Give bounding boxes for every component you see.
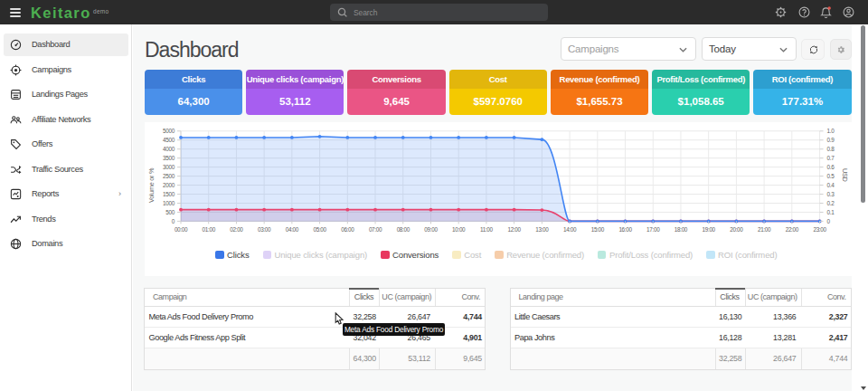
svg-text:0.3: 0.3 <box>827 191 835 197</box>
svg-text:0.9: 0.9 <box>827 137 835 143</box>
svg-text:0.1: 0.1 <box>827 209 835 215</box>
svg-text:1500: 1500 <box>163 191 175 197</box>
svg-text:3500: 3500 <box>163 155 175 161</box>
svg-text:15:00: 15:00 <box>591 226 605 233</box>
svg-text:USD: USD <box>841 168 849 182</box>
svg-text:20:00: 20:00 <box>730 226 743 233</box>
svg-text:21:00: 21:00 <box>758 226 771 233</box>
svg-text:0: 0 <box>172 218 175 224</box>
svg-text:05:00: 05:00 <box>313 226 326 233</box>
svg-text:12:00: 12:00 <box>508 226 522 233</box>
svg-text:10:00: 10:00 <box>452 226 466 233</box>
svg-text:23:00: 23:00 <box>813 226 826 233</box>
svg-text:09:00: 09:00 <box>424 226 438 233</box>
svg-text:00:00: 00:00 <box>175 226 188 233</box>
svg-text:08:00: 08:00 <box>397 226 410 233</box>
svg-text:4000: 4000 <box>163 146 175 152</box>
svg-text:0.8: 0.8 <box>827 146 835 152</box>
svg-text:4500: 4500 <box>163 137 175 143</box>
svg-text:17:00: 17:00 <box>646 226 660 233</box>
svg-text:1000: 1000 <box>163 200 175 206</box>
svg-text:2000: 2000 <box>163 182 175 188</box>
svg-text:04:00: 04:00 <box>286 226 299 233</box>
svg-text:Volume or %: Volume or % <box>147 167 156 203</box>
svg-text:2500: 2500 <box>163 173 175 179</box>
svg-text:06:00: 06:00 <box>341 226 354 233</box>
svg-text:18:00: 18:00 <box>675 226 688 233</box>
svg-text:0.4: 0.4 <box>827 182 835 188</box>
svg-text:01:00: 01:00 <box>203 226 216 233</box>
svg-text:19:00: 19:00 <box>703 226 716 233</box>
svg-text:14:00: 14:00 <box>563 226 577 233</box>
svg-text:02:00: 02:00 <box>230 226 243 233</box>
svg-text:0.2: 0.2 <box>827 200 835 206</box>
svg-text:22:00: 22:00 <box>786 226 799 233</box>
svg-text:500: 500 <box>165 209 175 215</box>
svg-text:0.5: 0.5 <box>827 173 835 179</box>
svg-text:5000: 5000 <box>163 128 175 134</box>
svg-text:16:00: 16:00 <box>618 226 632 233</box>
svg-text:07:00: 07:00 <box>369 226 382 233</box>
svg-text:13:00: 13:00 <box>535 226 549 233</box>
svg-text:3000: 3000 <box>163 164 175 170</box>
svg-text:1.0: 1.0 <box>827 128 835 134</box>
svg-text:0.7: 0.7 <box>827 155 835 161</box>
svg-text:11:00: 11:00 <box>480 226 494 233</box>
svg-text:03:00: 03:00 <box>258 226 271 233</box>
svg-text:0.6: 0.6 <box>827 164 835 170</box>
svg-text:0: 0 <box>827 218 831 224</box>
